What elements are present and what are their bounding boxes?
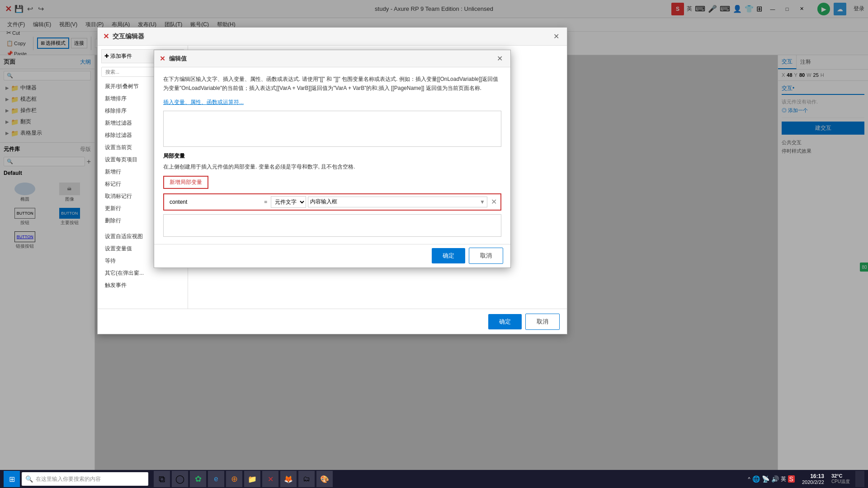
var-value-input[interactable] — [308, 197, 478, 207]
taskbar-right: ^ 🌐 📡 🔊 英 S 16:13 2020/2/22 32°C CPU温度 — [748, 471, 864, 487]
inner-dialog-icon: ✕ — [160, 55, 165, 63]
taskbar-search-placeholder: 在这里输入你要搜索的内容 — [36, 475, 101, 483]
outer-confirm-button[interactable]: 确定 — [488, 314, 522, 329]
var-eq: = — [262, 199, 269, 205]
inner-dialog-footer: 确定 取消 — [154, 244, 510, 267]
inner-dialog-close[interactable]: ✕ — [494, 53, 505, 64]
local-var-desc: 在上侧创建用于插入元件值的局部变量. 变量名必须是字母和数字, 且不包含空格. — [163, 163, 501, 171]
sys-tray: ^ 🌐 📡 🔊 英 S — [748, 475, 795, 483]
taskbar-browser[interactable]: e — [208, 471, 224, 487]
taskbar-app-icons: ⧉ ◯ ✿ e ⊕ 📁 ✕ 🦊 🗂 🎨 — [154, 471, 333, 487]
taskbar-app-1[interactable]: ✿ — [190, 471, 206, 487]
inner-dialog-body: 在下方编辑区输入文字、插入变量、属性、函数或表达式. 请使用"[[" 和 "]]… — [154, 67, 510, 244]
taskbar-folder[interactable]: 🗂 — [298, 471, 315, 487]
start-button[interactable]: ⊞ — [4, 471, 20, 487]
outer-dialog-close[interactable]: ✕ — [551, 31, 561, 42]
volume-icon[interactable]: 🔊 — [771, 475, 779, 483]
var-type-select[interactable]: 元件文字 — [271, 196, 306, 208]
var-row: = 元件文字 ▼ ✕ — [163, 193, 501, 211]
temp-label: CPU温度 — [831, 479, 850, 485]
date-display: 2020/2/22 — [802, 479, 824, 485]
cpu-temp: 32°C CPU温度 — [831, 473, 850, 485]
taskbar-task-view[interactable]: ⧉ — [154, 471, 170, 487]
tray-icon-1[interactable]: 📡 — [762, 475, 769, 483]
var-name-input[interactable] — [168, 197, 260, 207]
outer-dialog-title-bar: ✕ 交互编辑器 ✕ — [98, 28, 567, 46]
notification-btn[interactable] — [855, 471, 864, 487]
inner-dialog-title-bar: ✕ 编辑值 ✕ — [154, 50, 510, 67]
tray-arrow[interactable]: ^ — [748, 476, 750, 482]
network-icon[interactable]: 🌐 — [752, 475, 760, 483]
temp-display: 32°C — [831, 473, 843, 479]
taskbar-search-box[interactable]: 🔍 在这里输入你要搜索的内容 — [22, 472, 148, 486]
insert-link[interactable]: 插入变量、属性、函数或运算符... — [163, 99, 501, 106]
var-delete-btn[interactable]: ✕ — [491, 197, 497, 206]
taskbar-cortana[interactable]: ◯ — [172, 471, 188, 487]
clock[interactable]: 16:13 2020/2/22 — [802, 473, 824, 485]
local-var-label: 局部变量 — [163, 152, 501, 160]
outer-dialog-footer: 确定 取消 — [98, 309, 567, 334]
taskbar-paint[interactable]: 🎨 — [316, 471, 333, 487]
inner-cancel-button[interactable]: 取消 — [469, 248, 503, 264]
event-item-16[interactable]: 其它(在弹出窗... — [101, 267, 184, 279]
inner-dialog-desc: 在下方编辑区输入文字、插入变量、属性、函数或表达式. 请使用"[[" 和 "]]… — [163, 75, 501, 93]
extra-textarea[interactable] — [163, 214, 501, 237]
time-display: 16:13 — [810, 473, 824, 479]
value-textarea[interactable] — [163, 111, 501, 147]
taskbar-files[interactable]: 📁 — [244, 471, 260, 487]
lang-indicator[interactable]: 英 — [781, 475, 786, 483]
taskbar-firefox[interactable]: 🦊 — [280, 471, 297, 487]
sogou-tray[interactable]: S — [788, 475, 795, 483]
new-var-button[interactable]: 新增局部变量 — [163, 176, 208, 189]
inner-confirm-button[interactable]: 确定 — [432, 248, 465, 263]
event-item-17[interactable]: 触发事件 — [101, 279, 184, 291]
taskbar: ⊞ 🔍 在这里输入你要搜索的内容 ⧉ ◯ ✿ e ⊕ 📁 ✕ 🦊 🗂 🎨 ^ 🌐… — [0, 470, 868, 488]
inner-dialog: ✕ 编辑值 ✕ 在下方编辑区输入文字、插入变量、属性、函数或表达式. 请使用"[… — [154, 50, 511, 268]
outer-cancel-button[interactable]: 取消 — [525, 314, 560, 330]
outer-dialog-icon: ✕ — [103, 32, 109, 41]
taskbar-chrome[interactable]: ⊕ — [226, 471, 242, 487]
taskbar-axure[interactable]: ✕ — [262, 471, 278, 487]
outer-dialog-title: 交互编辑器 — [113, 33, 547, 41]
inner-dialog-title: 编辑值 — [169, 55, 491, 63]
